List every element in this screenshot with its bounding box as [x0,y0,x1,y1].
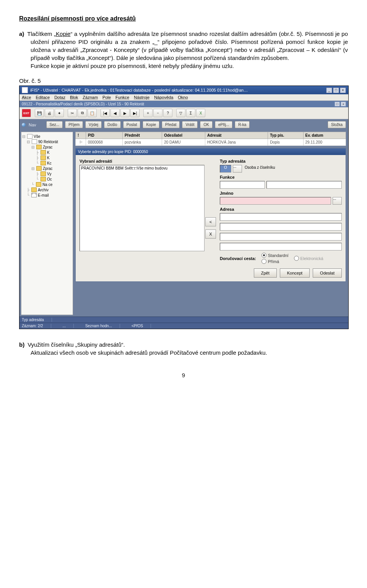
menu-zaznam[interactable]: Záznam [83,95,98,100]
sub-close-button[interactable]: × [341,102,346,107]
nav-kopie-button[interactable]: Kopie [143,121,159,128]
col-subject[interactable]: Předmět [122,132,162,139]
clear-recipient-button[interactable]: X [205,229,216,239]
tree-root[interactable]: Vše [34,134,40,139]
radio-icon [261,253,266,258]
query-icon[interactable]: ? [163,109,172,117]
maximize-button[interactable]: □ [333,87,339,93]
address-input-2[interactable] [220,223,342,231]
text-kopie: Kopie [56,31,70,37]
tree-node-k1[interactable]: K [47,150,50,155]
folder-icon [36,145,42,149]
exit-button[interactable]: EXIT [22,109,31,117]
close-button[interactable]: × [340,87,346,93]
sum-icon[interactable]: Σ [186,109,195,117]
menu-blok[interactable]: Blok [70,95,78,100]
folder-icon [41,177,46,181]
tool-icon[interactable]: ✦ [55,109,64,117]
paste-icon[interactable]: 📋 [88,109,97,117]
name-input[interactable] [220,197,331,205]
name-lookup-button[interactable]: ··· [333,197,342,205]
tree-node-zprac2[interactable]: Zprac [43,166,53,171]
tree-node-k2[interactable]: K [47,156,50,160]
recipient-type-code-input[interactable]: O [220,165,231,173]
nav-sez-button[interactable]: Sez... [46,121,63,128]
concept-button[interactable]: Koncept [280,268,310,278]
menu-pole[interactable]: Pole [102,95,111,100]
excel-icon[interactable]: X [196,109,205,117]
col-type[interactable]: Typ pís. [268,132,303,139]
table-row[interactable]: ⚐ 0000068 pozvánka 20 DAMU HORKOVÁ Jana … [76,139,346,146]
nav-predat-button[interactable]: Předat [162,121,180,128]
radio-standard-label: Standardní [268,253,289,258]
nav-slozka-button[interactable]: Složka [328,121,346,128]
tree-node-email[interactable]: E-mail [38,193,49,197]
app-window: iFIS* - Uživatel : CHARVAT - Ek.jednotka… [19,86,349,329]
save-icon[interactable]: 💾 [35,109,44,117]
function-input[interactable] [220,181,265,189]
col-recipient[interactable]: Adresát [205,132,268,139]
function-text-input[interactable] [266,181,342,189]
print-icon[interactable]: 🖨 [45,109,54,117]
minimize-button[interactable]: _ [326,87,332,93]
col-pid[interactable]: PID [86,132,123,139]
first-record-icon[interactable]: |◀ [101,109,110,117]
radio-direct[interactable]: Přímá [261,259,289,264]
remove-record-icon[interactable]: － [153,109,162,117]
nav-ok-button[interactable]: OK [200,121,212,128]
selected-recipients-list[interactable]: PRACOVNÍCI BBM BBM Svět□□Vše mimo budovu [80,165,205,251]
menu-funkce[interactable]: Funkce [115,95,129,100]
tree-node-kc[interactable]: Kc [47,161,52,165]
nav-prijem-button[interactable]: Příjem [65,121,83,128]
recipient-type-text: Osoba z číselníku [244,165,342,172]
next-record-icon[interactable]: ▶ [120,109,130,117]
nav-vratit-button[interactable]: Vrátit [182,121,198,128]
address-input-1[interactable] [220,213,342,221]
menubar: Akce Editace Dotaz Blok Záznam Pole Funk… [19,94,348,101]
folder-tree[interactable]: ⊟Vše ⊟90 Rektorát ⊟Zprac ├K ├K └Kc ⊟Zpra… [21,132,73,315]
tree-node-archiv[interactable]: Archiv [38,188,49,192]
menu-editace[interactable]: Editace [36,95,50,100]
toolbar-separator [173,109,175,117]
sub-restore-button[interactable]: □ [335,102,340,107]
menu-nastroje[interactable]: Nástroje [134,95,149,100]
folder-icon [41,155,46,160]
nav-doslo-button[interactable]: Došlo [104,121,121,128]
content-area: ! PID Předmět Odesílatel Adresát Typ pís… [75,130,348,317]
sub-window-title: 09122 - Personalistika/Podací deník (SPS… [22,102,144,106]
para-a-line2: Funkce kopie je aktivní pouze pro písemn… [31,63,234,69]
send-button[interactable]: Odeslat [313,268,342,278]
filter-icon[interactable]: ▽ [176,109,185,117]
tree-node-oc[interactable]: Oc [47,177,52,181]
nav-rka-button[interactable]: R-ka [235,121,250,128]
sub-window-titlebar: 09122 - Personalistika/Podací deník (SPS… [19,101,348,107]
tree-node-vy[interactable]: Vy [47,172,51,176]
col-date[interactable]: Ev. datum [303,132,346,139]
remove-recipient-button[interactable]: < [205,217,216,226]
nav-poslat-button[interactable]: Poslat [123,121,141,128]
col-excl[interactable]: ! [76,132,86,139]
radio-standard[interactable]: Standardní [261,253,289,258]
last-record-icon[interactable]: ▶| [130,109,140,117]
tree-node-rektorat[interactable]: 90 Rektorát [38,140,58,144]
recipient-type-lookup-button[interactable]: ··· [233,165,242,173]
nav-vydej-button[interactable]: Výdej [85,121,102,128]
prev-record-icon[interactable]: ◀ [110,109,120,117]
menu-dotaz[interactable]: Dotaz [54,95,65,100]
menu-napoveda[interactable]: Nápověda [154,95,173,100]
back-button[interactable]: Zpět [254,268,277,278]
address-input-4[interactable] [220,243,342,250]
address-label: Adresa [220,207,342,212]
add-record-icon[interactable]: ＋ [143,109,153,117]
nav-eprij-button[interactable]: ePřij... [215,121,232,128]
menu-akce[interactable]: Akce [22,95,31,100]
menu-okno[interactable]: Okno [178,95,188,100]
tree-node-nace[interactable]: Na ce [42,183,52,187]
list-item[interactable]: PRACOVNÍCI BBM BBM Svět□□Vše mimo budovu [81,166,203,170]
cut-icon[interactable]: ✂ [68,109,77,117]
copy-icon[interactable]: ⧉ [78,109,87,117]
folder-icon [41,161,46,165]
col-sender[interactable]: Odesílatel [162,132,205,139]
tree-node-zprac[interactable]: Zprac [43,145,53,149]
address-input-3[interactable] [220,233,342,241]
